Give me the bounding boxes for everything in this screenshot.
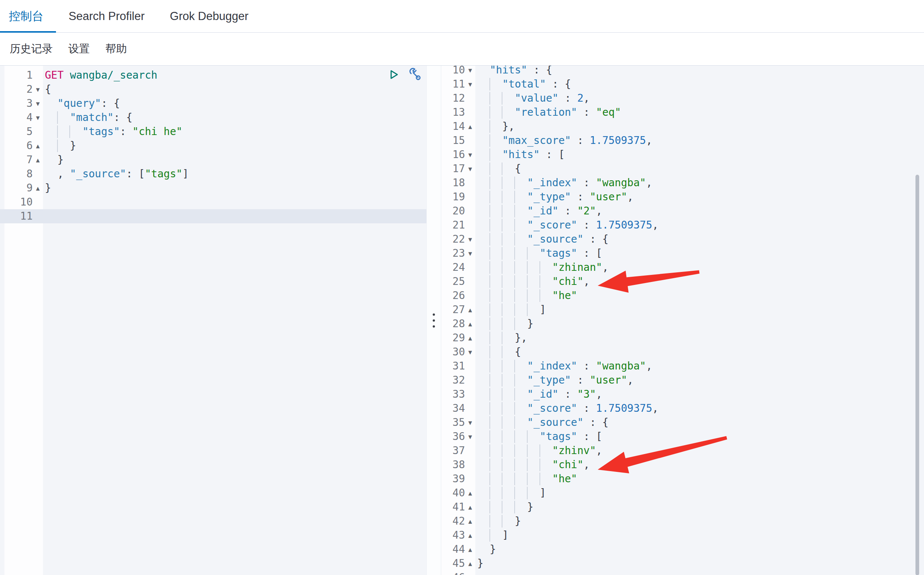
request-code-line[interactable]: 1GET wangba/_search	[0, 68, 426, 83]
fold-toggle-icon[interactable]: ▴	[33, 153, 43, 167]
line-number: 8	[0, 167, 33, 181]
response-code-line: 42▴ }	[441, 514, 924, 528]
send-request-button[interactable]	[386, 67, 401, 82]
code-text: "chi",	[475, 458, 924, 472]
request-code-line[interactable]: 3▾ "query": {	[0, 97, 426, 111]
line-number: 14	[441, 119, 465, 133]
request-code-line[interactable]: 7▴ }	[0, 153, 426, 167]
code-text	[43, 209, 426, 223]
code-text: "_index" : "wangba",	[475, 359, 924, 373]
response-scrollbar[interactable]	[916, 175, 919, 575]
request-code-line[interactable]: 8 , "_source": ["tags"]	[0, 167, 426, 181]
indent-guide	[490, 459, 490, 471]
code-text: "_type" : "user",	[475, 373, 924, 387]
fold-toggle-icon[interactable]: ▴	[465, 486, 475, 500]
line-number: 23	[441, 246, 465, 260]
fold-toggle-icon[interactable]: ▾	[465, 162, 475, 176]
indent-guide	[514, 487, 515, 499]
indent-guide	[527, 247, 528, 260]
tab-console[interactable]: 控制台	[0, 0, 56, 32]
request-code-line[interactable]: 4▾ "match": {	[0, 111, 426, 125]
console-menu-bar: 历史记录 设置 帮助	[0, 33, 924, 65]
fold-toggle-icon[interactable]: ▴	[465, 303, 475, 317]
fold-toggle-icon[interactable]: ▾	[465, 148, 475, 162]
code-text: , "_source": ["tags"]	[43, 167, 426, 181]
request-options-button[interactable]	[407, 67, 422, 82]
line-number: 9	[0, 181, 33, 195]
tab-search-profiler[interactable]: Search Profiler	[56, 0, 157, 32]
indent-guide	[490, 275, 490, 288]
indent-guide	[490, 134, 490, 147]
code-text: "max_score" : 1.7509375,	[475, 133, 924, 148]
request-code-line[interactable]: 6▴ }	[0, 139, 426, 153]
indent-guide	[527, 445, 528, 457]
code-text: "hits" : [	[475, 148, 924, 162]
menu-item-history[interactable]: 历史记录	[10, 41, 53, 56]
indent-guide	[514, 219, 515, 232]
fold-toggle-icon[interactable]: ▴	[465, 514, 475, 528]
fold-toggle-icon[interactable]: ▾	[465, 246, 475, 260]
response-code-line: 23▾ "tags" : [	[441, 246, 924, 260]
line-number: 19	[441, 190, 465, 204]
indent-guide	[69, 125, 70, 138]
response-code-line: 25 "chi",	[441, 275, 924, 289]
line-number: 40	[441, 486, 465, 500]
code-text: }	[475, 500, 924, 514]
line-number: 37	[441, 444, 465, 458]
fold-toggle-icon[interactable]: ▾	[465, 430, 475, 444]
fold-toggle-icon[interactable]: ▾	[465, 77, 475, 91]
request-code-line[interactable]: 9▴}	[0, 181, 426, 195]
fold-toggle-icon[interactable]: ▴	[465, 331, 475, 345]
line-number: 2	[0, 83, 33, 97]
code-text: "tags": "chi he"	[43, 125, 426, 139]
fold-toggle-icon[interactable]: ▴	[465, 500, 475, 514]
indent-guide	[527, 430, 528, 443]
fold-toggle-icon[interactable]: ▾	[33, 111, 43, 125]
indent-guide	[502, 247, 502, 260]
line-number: 36	[441, 430, 465, 444]
menu-item-settings[interactable]: 设置	[68, 41, 90, 56]
fold-toggle-icon[interactable]: ▴	[465, 556, 475, 570]
request-code-line[interactable]: 2▾{	[0, 83, 426, 97]
line-number: 29	[441, 331, 465, 345]
request-editor[interactable]: 1GET wangba/_search2▾{3▾ "query": {4▾ "m…	[0, 66, 426, 223]
response-code-line: 21 "_score" : 1.7509375,	[441, 218, 924, 232]
fold-toggle-icon[interactable]: ▴	[465, 528, 475, 542]
response-code-line: 10▾ "hits" : {	[441, 66, 924, 77]
line-number: 32	[441, 373, 465, 387]
line-number: 43	[441, 528, 465, 542]
line-number: 34	[441, 401, 465, 416]
line-number: 21	[441, 218, 465, 232]
line-number: 46	[441, 570, 465, 575]
pane-resize-handle[interactable]	[426, 66, 441, 575]
menu-item-help[interactable]: 帮助	[105, 41, 127, 56]
line-number: 35	[441, 416, 465, 430]
response-code-line: 44▴ }	[441, 542, 924, 556]
line-number: 10	[0, 195, 33, 209]
request-code-line[interactable]: 11	[0, 209, 426, 223]
fold-toggle-icon[interactable]: ▴	[465, 119, 475, 133]
indent-guide	[514, 275, 515, 288]
code-text: "value" : 2,	[475, 91, 924, 105]
request-code-line[interactable]: 5 "tags": "chi he"	[0, 125, 426, 139]
indent-guide	[502, 430, 502, 443]
code-text: "total" : {	[475, 77, 924, 91]
request-code-line[interactable]: 10	[0, 195, 426, 209]
line-number: 5	[0, 125, 33, 139]
fold-toggle-icon[interactable]: ▴	[465, 542, 475, 556]
fold-toggle-icon[interactable]: ▾	[465, 232, 475, 246]
response-code-line: 36▾ "tags" : [	[441, 430, 924, 444]
fold-toggle-icon[interactable]: ▾	[465, 416, 475, 430]
indent-guide	[514, 261, 515, 274]
fold-toggle-icon[interactable]: ▴	[33, 139, 43, 153]
tab-grok-debugger[interactable]: Grok Debugger	[157, 0, 261, 32]
fold-toggle-icon[interactable]: ▾	[33, 83, 43, 97]
indent-guide	[539, 473, 540, 485]
fold-toggle-icon[interactable]: ▴	[465, 317, 475, 331]
fold-toggle-icon[interactable]: ▾	[33, 97, 43, 111]
fold-toggle-icon[interactable]: ▾	[465, 66, 475, 77]
indent-guide	[527, 303, 528, 316]
code-text: "he"	[475, 289, 924, 303]
fold-toggle-icon[interactable]: ▾	[465, 345, 475, 359]
fold-toggle-icon[interactable]: ▴	[33, 181, 43, 195]
